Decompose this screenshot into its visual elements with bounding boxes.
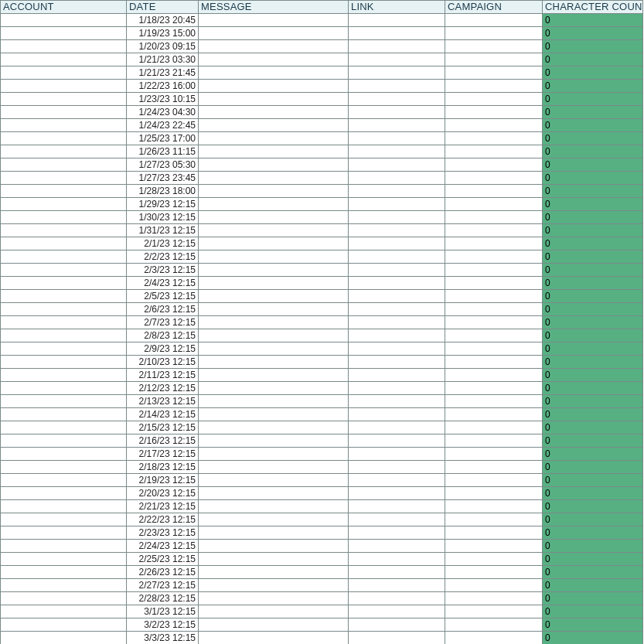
character-count-cell[interactable]: 0 — [543, 395, 643, 408]
character-count-cell[interactable]: 0 — [543, 185, 643, 198]
link-cell[interactable] — [349, 342, 445, 356]
character-count-cell[interactable]: 0 — [543, 250, 643, 264]
account-cell[interactable] — [1, 592, 127, 605]
date-cell[interactable]: 2/20/23 12:15 — [127, 487, 199, 500]
table-row[interactable]: 1/23/23 10:150 — [1, 93, 643, 106]
header-campaign[interactable]: CAMPAIGN — [445, 1, 543, 14]
character-count-cell[interactable]: 0 — [543, 106, 643, 119]
campaign-cell[interactable] — [445, 172, 543, 185]
character-count-cell[interactable]: 0 — [543, 632, 643, 645]
date-cell[interactable]: 2/26/23 12:15 — [127, 566, 199, 579]
link-cell[interactable] — [349, 592, 445, 605]
date-cell[interactable]: 2/17/23 12:15 — [127, 448, 199, 461]
message-cell[interactable] — [199, 27, 349, 40]
link-cell[interactable] — [349, 553, 445, 566]
campaign-cell[interactable] — [445, 356, 543, 369]
character-count-cell[interactable]: 0 — [543, 80, 643, 93]
table-row[interactable]: 2/20/23 12:150 — [1, 487, 643, 500]
table-row[interactable]: 1/30/23 12:150 — [1, 211, 643, 224]
campaign-cell[interactable] — [445, 132, 543, 145]
table-row[interactable]: 2/14/23 12:150 — [1, 408, 643, 421]
table-row[interactable]: 2/9/23 12:150 — [1, 342, 643, 356]
message-cell[interactable] — [199, 93, 349, 106]
link-cell[interactable] — [349, 382, 445, 395]
account-cell[interactable] — [1, 198, 127, 211]
date-cell[interactable]: 1/24/23 22:45 — [127, 119, 199, 132]
table-row[interactable]: 1/27/23 23:450 — [1, 172, 643, 185]
link-cell[interactable] — [349, 421, 445, 434]
schedule-table[interactable]: ACCOUNT DATE MESSAGE LINK CAMPAIGN CHARA… — [0, 0, 643, 644]
character-count-cell[interactable]: 0 — [543, 158, 643, 172]
campaign-cell[interactable] — [445, 290, 543, 303]
date-cell[interactable]: 2/21/23 12:15 — [127, 500, 199, 513]
account-cell[interactable] — [1, 461, 127, 474]
link-cell[interactable] — [349, 132, 445, 145]
link-cell[interactable] — [349, 119, 445, 132]
table-row[interactable]: 1/31/23 12:150 — [1, 224, 643, 237]
account-cell[interactable] — [1, 329, 127, 342]
message-cell[interactable] — [199, 474, 349, 487]
character-count-cell[interactable]: 0 — [543, 290, 643, 303]
character-count-cell[interactable]: 0 — [543, 93, 643, 106]
campaign-cell[interactable] — [445, 526, 543, 540]
campaign-cell[interactable] — [445, 566, 543, 579]
character-count-cell[interactable]: 0 — [543, 132, 643, 145]
table-row[interactable]: 2/22/23 12:150 — [1, 513, 643, 526]
account-cell[interactable] — [1, 487, 127, 500]
table-row[interactable]: 1/25/23 17:000 — [1, 132, 643, 145]
header-link[interactable]: LINK — [349, 1, 445, 14]
character-count-cell[interactable]: 0 — [543, 277, 643, 290]
campaign-cell[interactable] — [445, 211, 543, 224]
link-cell[interactable] — [349, 158, 445, 172]
message-cell[interactable] — [199, 290, 349, 303]
campaign-cell[interactable] — [445, 369, 543, 382]
character-count-cell[interactable]: 0 — [543, 329, 643, 342]
message-cell[interactable] — [199, 421, 349, 434]
link-cell[interactable] — [349, 566, 445, 579]
account-cell[interactable] — [1, 303, 127, 316]
date-cell[interactable]: 2/16/23 12:15 — [127, 434, 199, 448]
date-cell[interactable]: 2/27/23 12:15 — [127, 579, 199, 592]
account-cell[interactable] — [1, 434, 127, 448]
table-row[interactable]: 2/5/23 12:150 — [1, 290, 643, 303]
date-cell[interactable]: 1/25/23 17:00 — [127, 132, 199, 145]
campaign-cell[interactable] — [445, 14, 543, 27]
character-count-cell[interactable]: 0 — [543, 592, 643, 605]
table-row[interactable]: 2/17/23 12:150 — [1, 448, 643, 461]
link-cell[interactable] — [349, 474, 445, 487]
character-count-cell[interactable]: 0 — [543, 369, 643, 382]
account-cell[interactable] — [1, 448, 127, 461]
account-cell[interactable] — [1, 250, 127, 264]
table-row[interactable]: 2/3/23 12:150 — [1, 264, 643, 277]
message-cell[interactable] — [199, 579, 349, 592]
table-row[interactable]: 2/8/23 12:150 — [1, 329, 643, 342]
account-cell[interactable] — [1, 27, 127, 40]
table-row[interactable]: 1/19/23 15:000 — [1, 27, 643, 40]
date-cell[interactable]: 1/30/23 12:15 — [127, 211, 199, 224]
account-cell[interactable] — [1, 605, 127, 618]
message-cell[interactable] — [199, 132, 349, 145]
date-cell[interactable]: 2/14/23 12:15 — [127, 408, 199, 421]
date-cell[interactable]: 2/10/23 12:15 — [127, 356, 199, 369]
message-cell[interactable] — [199, 605, 349, 618]
account-cell[interactable] — [1, 264, 127, 277]
date-cell[interactable]: 1/19/23 15:00 — [127, 27, 199, 40]
character-count-cell[interactable]: 0 — [543, 605, 643, 618]
message-cell[interactable] — [199, 158, 349, 172]
link-cell[interactable] — [349, 513, 445, 526]
character-count-cell[interactable]: 0 — [543, 474, 643, 487]
character-count-cell[interactable]: 0 — [543, 579, 643, 592]
message-cell[interactable] — [199, 500, 349, 513]
campaign-cell[interactable] — [445, 579, 543, 592]
link-cell[interactable] — [349, 540, 445, 553]
account-cell[interactable] — [1, 40, 127, 53]
message-cell[interactable] — [199, 356, 349, 369]
table-row[interactable]: 2/15/23 12:150 — [1, 421, 643, 434]
account-cell[interactable] — [1, 395, 127, 408]
table-row[interactable]: 2/18/23 12:150 — [1, 461, 643, 474]
table-row[interactable]: 2/16/23 12:150 — [1, 434, 643, 448]
link-cell[interactable] — [349, 185, 445, 198]
table-row[interactable]: 1/27/23 05:300 — [1, 158, 643, 172]
link-cell[interactable] — [349, 303, 445, 316]
date-cell[interactable]: 1/28/23 18:00 — [127, 185, 199, 198]
